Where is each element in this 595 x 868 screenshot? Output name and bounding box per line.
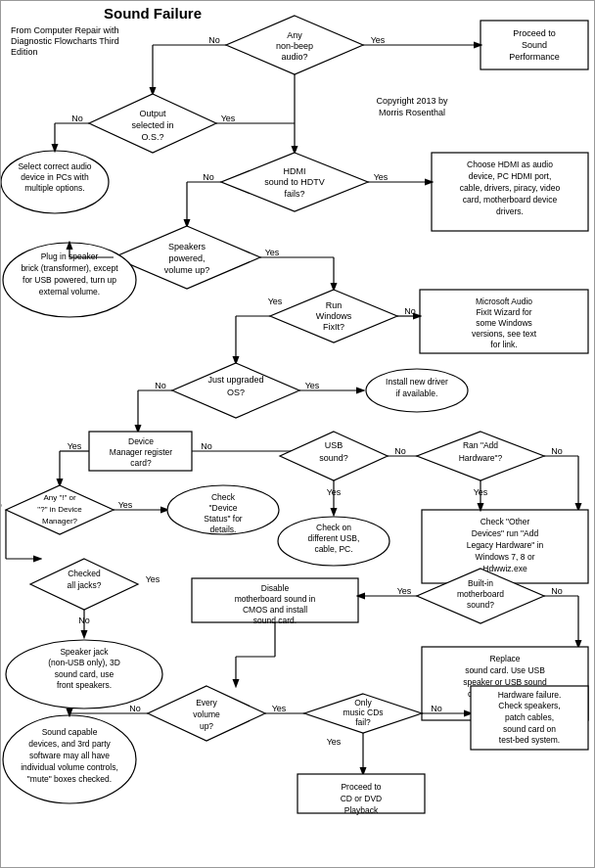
svg-text:Just upgraded: Just upgraded xyxy=(207,375,263,385)
svg-text:all jacks?: all jacks? xyxy=(68,580,102,590)
svg-text:Any: Any xyxy=(287,30,302,40)
svg-text:sound?: sound? xyxy=(319,453,348,463)
svg-text:Morris Rosenthal: Morris Rosenthal xyxy=(379,108,445,117)
svg-text:Only: Only xyxy=(354,698,372,708)
svg-text:software may all have: software may all have xyxy=(29,751,110,760)
svg-text:Manager?: Manager? xyxy=(42,517,78,525)
svg-text:Choose HDMI as audio: Choose HDMI as audio xyxy=(467,160,553,169)
svg-text:Yes: Yes xyxy=(268,297,283,306)
svg-text:No: No xyxy=(394,446,406,456)
svg-text:Yes: Yes xyxy=(374,172,389,182)
svg-text:No: No xyxy=(551,446,563,456)
svg-text:sound card. Use USB: sound card. Use USB xyxy=(465,665,545,675)
svg-text:external volume.: external volume. xyxy=(39,287,100,297)
svg-text:OS?: OS? xyxy=(227,388,245,397)
svg-point-22 xyxy=(1,151,109,213)
svg-text:Yes: Yes xyxy=(327,737,342,747)
svg-text:test-bed system.: test-bed system. xyxy=(499,735,560,745)
svg-text:for link.: for link. xyxy=(490,340,517,349)
svg-text:Device: Device xyxy=(128,436,154,446)
svg-text:Copyright 2013 by: Copyright 2013 by xyxy=(376,96,448,106)
svg-text:(non-USB only), 3D: (non-USB only), 3D xyxy=(48,658,120,667)
svg-text:Yes: Yes xyxy=(146,574,160,584)
svg-text:fails?: fails? xyxy=(284,189,304,199)
svg-text:"Device: "Device xyxy=(209,503,238,513)
svg-text:Devices" run "Add: Devices" run "Add xyxy=(472,528,539,538)
svg-text:No: No xyxy=(129,704,141,713)
svg-text:From Computer Repair with: From Computer Repair with xyxy=(11,25,119,35)
svg-text:Any "!" or: Any "!" or xyxy=(43,493,76,502)
svg-text:Proceed to: Proceed to xyxy=(341,782,381,792)
flowchart-container: Sound Failure From Computer Repair with … xyxy=(0,0,595,868)
svg-text:Disable: Disable xyxy=(261,583,290,593)
svg-text:"?" in Device: "?" in Device xyxy=(37,505,82,514)
svg-text:volume: volume xyxy=(193,709,220,719)
svg-text:Yes: Yes xyxy=(272,704,287,713)
svg-text:if available.: if available. xyxy=(396,388,438,398)
svg-text:card?: card? xyxy=(130,458,152,468)
svg-text:cable, PC.: cable, PC. xyxy=(314,544,352,554)
svg-text:Check: Check xyxy=(211,492,236,502)
svg-text:Checked: Checked xyxy=(68,569,101,578)
svg-text:No: No xyxy=(155,381,166,390)
svg-text:Yes: Yes xyxy=(397,586,412,596)
svg-text:Edition: Edition xyxy=(11,47,38,57)
svg-text:Yes: Yes xyxy=(305,381,320,390)
svg-text:FixIt?: FixIt? xyxy=(323,322,344,332)
svg-text:Windows 7, 8 or: Windows 7, 8 or xyxy=(476,552,535,562)
svg-text:up?: up? xyxy=(200,721,213,731)
svg-text:powered,: powered, xyxy=(168,253,205,263)
svg-text:Yes: Yes xyxy=(265,248,280,257)
title: Sound Failure xyxy=(104,5,202,22)
svg-text:Yes: Yes xyxy=(68,441,82,451)
svg-text:No: No xyxy=(431,704,442,713)
svg-text:drivers.: drivers. xyxy=(496,206,524,216)
svg-text:volume up?: volume up? xyxy=(164,265,210,275)
svg-text:versions, see text: versions, see text xyxy=(472,329,537,339)
svg-text:CD or DVD: CD or DVD xyxy=(341,794,383,803)
svg-text:HDMI: HDMI xyxy=(284,166,306,176)
svg-text:sound to HDTV: sound to HDTV xyxy=(264,177,325,187)
svg-text:Check on: Check on xyxy=(316,523,351,532)
svg-text:Ran "Add: Ran "Add xyxy=(463,440,498,450)
svg-text:No: No xyxy=(203,172,214,182)
svg-text:fail?: fail? xyxy=(355,717,371,727)
svg-text:Speaker jack: Speaker jack xyxy=(60,647,109,657)
svg-text:No: No xyxy=(404,306,416,316)
svg-text:No: No xyxy=(551,586,563,596)
svg-text:music CDs: music CDs xyxy=(343,708,383,717)
svg-text:USB: USB xyxy=(325,440,343,450)
svg-text:Output: Output xyxy=(139,109,166,118)
svg-text:Microsoft Audio: Microsoft Audio xyxy=(476,297,532,306)
svg-text:Diagnostic Flowcharts Third: Diagnostic Flowcharts Third xyxy=(11,36,119,46)
svg-text:Status" for: Status" for xyxy=(204,514,243,524)
svg-text:Proceed to: Proceed to xyxy=(513,28,556,38)
svg-text:individual volume controls,: individual volume controls, xyxy=(21,762,118,772)
svg-text:devices, and 3rd party: devices, and 3rd party xyxy=(28,739,111,749)
svg-text:some Windows: some Windows xyxy=(476,318,532,328)
svg-text:Check speakers,: Check speakers, xyxy=(498,701,560,710)
svg-text:brick (transformer), except: brick (transformer), except xyxy=(21,263,118,273)
svg-text:"mute" boxes checked.: "mute" boxes checked. xyxy=(27,774,112,784)
svg-text:Sound capable: Sound capable xyxy=(42,727,98,737)
svg-text:CMOS  and install: CMOS and install xyxy=(243,605,307,615)
svg-text:sound?: sound? xyxy=(467,600,494,610)
svg-text:Performance: Performance xyxy=(509,52,560,62)
svg-text:cable, drivers, piracy, video: cable, drivers, piracy, video xyxy=(460,183,561,193)
svg-text:device, PC HDMI port,: device, PC HDMI port, xyxy=(469,171,552,181)
svg-text:motherboard: motherboard xyxy=(457,589,504,599)
svg-text:motherboard sound in: motherboard sound in xyxy=(235,594,316,604)
svg-text:Sound: Sound xyxy=(522,40,547,50)
svg-text:Select correct audio: Select correct audio xyxy=(18,161,91,171)
svg-text:Speakers: Speakers xyxy=(168,242,206,251)
svg-text:sound card on: sound card on xyxy=(503,724,556,734)
svg-text:sound card, use: sound card, use xyxy=(55,669,114,679)
svg-text:Yes: Yes xyxy=(118,500,133,510)
svg-text:patch cables,: patch cables, xyxy=(505,712,554,722)
svg-text:O.S.?: O.S.? xyxy=(141,132,163,142)
svg-text:Run: Run xyxy=(326,300,343,310)
svg-text:audio?: audio? xyxy=(281,52,307,62)
svg-text:Manager register: Manager register xyxy=(110,447,172,457)
svg-text:No: No xyxy=(201,441,212,451)
svg-text:non-beep: non-beep xyxy=(276,41,313,51)
